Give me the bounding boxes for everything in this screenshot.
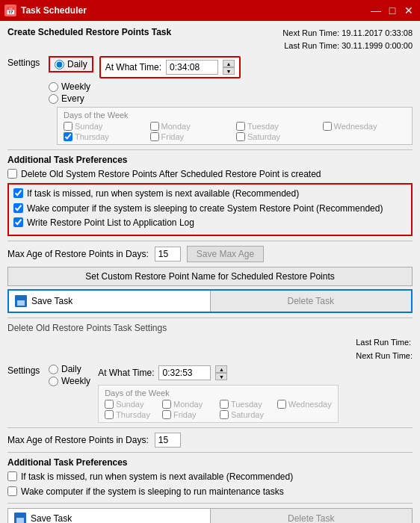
bottom-pref2-checkbox[interactable] [7, 486, 17, 496]
create-task-header: Create Scheduled Restore Points Task [7, 27, 171, 37]
del-sunday-checkbox[interactable] [105, 400, 114, 409]
floppy-disk-icon [15, 295, 27, 307]
radio-weekly-label: Weekly [61, 81, 90, 92]
del-monday-checkbox[interactable] [162, 400, 171, 409]
delete-radio-weekly-input[interactable] [49, 377, 58, 386]
bottom-save-button[interactable]: Save Task [7, 508, 210, 523]
save-task-label: Save Task [31, 296, 72, 306]
saturday-checkbox[interactable] [236, 132, 245, 141]
day-thursday: Thursday [64, 132, 147, 141]
delete-radio-daily-input[interactable] [49, 365, 58, 374]
radio-daily-label: Daily [67, 59, 87, 69]
top-section-header-row: Create Scheduled Restore Points Task Nex… [7, 27, 413, 52]
separator-5 [7, 503, 413, 504]
pref2-checkbox[interactable] [13, 188, 23, 198]
bottom-floppy-icon [14, 513, 26, 523]
delete-time-spinner: ▲ ▼ [215, 365, 227, 380]
days-of-week-delete: Days of the Week Sunday Monday Tuesda [98, 385, 339, 423]
radio-weekly[interactable]: Weekly [49, 81, 413, 92]
pref4-text: Write Restore Point List to Application … [27, 217, 194, 229]
sunday-checkbox[interactable] [64, 122, 72, 131]
time-up-button[interactable]: ▲ [223, 60, 235, 67]
delete-radio-weekly[interactable]: Weekly [49, 376, 90, 386]
del-day-saturday: Saturday [220, 410, 274, 419]
time-input[interactable] [166, 60, 218, 75]
day-sunday: Sunday [64, 122, 147, 131]
delete-next-run: Next Run Time: [356, 350, 413, 363]
delete-max-age-row: Max Age of Restore Points in Days: [7, 433, 413, 448]
delete-time-down-button[interactable]: ▼ [215, 373, 227, 380]
pref-1-row: Delete Old System Restore Points After S… [7, 168, 413, 181]
maximize-button[interactable]: □ [386, 4, 399, 17]
additional-prefs-header: Additional Task Preferences [7, 155, 413, 165]
bottom-action-row: Save Task Delete Task [7, 508, 413, 523]
pref3-checkbox[interactable] [13, 203, 23, 213]
radio-weekly-input[interactable] [49, 82, 58, 92]
save-task-button[interactable]: Save Task [9, 291, 211, 312]
monday-checkbox[interactable] [150, 122, 159, 131]
close-button[interactable]: ✕ [402, 4, 416, 17]
separator-4 [7, 452, 413, 453]
days-title: Days of the Week [64, 111, 406, 120]
tuesday-checkbox[interactable] [236, 122, 245, 131]
radio-daily-input[interactable] [55, 60, 64, 69]
minimize-button[interactable]: — [369, 4, 383, 17]
time-down-button[interactable]: ▼ [223, 67, 235, 75]
delete-time-up-button[interactable]: ▲ [215, 365, 227, 373]
bottom-pref1-checkbox[interactable] [7, 471, 17, 481]
delete-days-grid: Sunday Monday Tuesday Wednesday [105, 400, 332, 419]
del-friday-checkbox[interactable] [162, 410, 171, 419]
day-saturday: Saturday [236, 132, 320, 141]
delete-max-age-input[interactable] [155, 433, 181, 448]
delete-radio-daily-label: Daily [61, 364, 81, 374]
next-run-time: Next Run Time: 19.11.2017 0:33:08 [282, 27, 413, 40]
delete-radio-weekly-label: Weekly [61, 376, 90, 386]
delete-settings-label: Settings [7, 364, 49, 376]
save-max-age-button[interactable]: Save Max Age [187, 246, 264, 262]
pref-4-row: Write Restore Point List to Application … [13, 217, 407, 229]
pref1-checkbox[interactable] [7, 169, 17, 179]
pref-2-row: If task is missed, run when system is ne… [13, 188, 407, 200]
max-age-label: Max Age of Restore Points in Days: [7, 249, 149, 259]
time-spinner: ▲ ▼ [223, 60, 235, 75]
pref2-text: If task is missed, run when system is ne… [27, 188, 299, 200]
separator-2 [7, 241, 413, 241]
bottom-pref-2-row: Wake computer if the system is sleeping … [7, 486, 413, 498]
friday-checkbox[interactable] [150, 132, 159, 141]
radio-daily[interactable]: Daily [55, 59, 87, 69]
custom-restore-name-button[interactable]: Set Custom Restore Point Name for Schedu… [7, 267, 413, 286]
delete-days-title: Days of the Week [105, 389, 332, 397]
days-of-week-top: Days of the Week Sunday Monday Tuesday W… [57, 107, 413, 145]
thursday-checkbox[interactable] [64, 132, 72, 141]
radio-every-label: Every [61, 93, 84, 104]
del-day-sunday: Sunday [105, 400, 159, 409]
delete-time-row: At What Time: ▲ ▼ [98, 364, 339, 382]
delete-max-age-label: Max Age of Restore Points in Days: [7, 435, 149, 445]
del-tuesday-checkbox[interactable] [220, 400, 229, 409]
wednesday-checkbox[interactable] [323, 122, 332, 131]
pref3-text: Wake computer if the system is sleeping … [27, 202, 383, 215]
day-friday: Friday [150, 132, 234, 141]
del-day-friday: Friday [162, 410, 217, 419]
bottom-save-label: Save Task [31, 513, 72, 523]
pref1-text: Delete Old System Restore Points After S… [21, 168, 321, 181]
del-day-thursday: Thursday [105, 410, 159, 419]
last-run-time: Last Run Time: 30.11.1999 0:00:00 [282, 40, 413, 52]
del-day-tuesday: Tuesday [220, 400, 274, 409]
radio-every-input[interactable] [49, 94, 58, 104]
title-bar: 📅 Task Scheduler — □ ✕ [0, 0, 420, 21]
max-age-input[interactable] [155, 247, 181, 262]
day-wednesday: Wednesday [323, 122, 407, 131]
pref4-checkbox[interactable] [13, 217, 23, 227]
bottom-delete-button[interactable]: Delete Task [210, 508, 413, 523]
delete-radio-daily[interactable]: Daily [49, 364, 90, 374]
delete-time-input[interactable] [158, 365, 211, 380]
delete-at-what-time-label: At What Time: [98, 368, 154, 378]
del-saturday-checkbox[interactable] [220, 410, 229, 419]
del-thursday-checkbox[interactable] [105, 410, 114, 419]
del-day-monday: Monday [162, 400, 217, 409]
radio-every[interactable]: Every [49, 93, 413, 104]
bottom-pref2-text: Wake computer if the system is sleeping … [21, 486, 284, 498]
delete-task-button[interactable]: Delete Task [211, 291, 412, 312]
del-wednesday-checkbox[interactable] [277, 400, 286, 409]
